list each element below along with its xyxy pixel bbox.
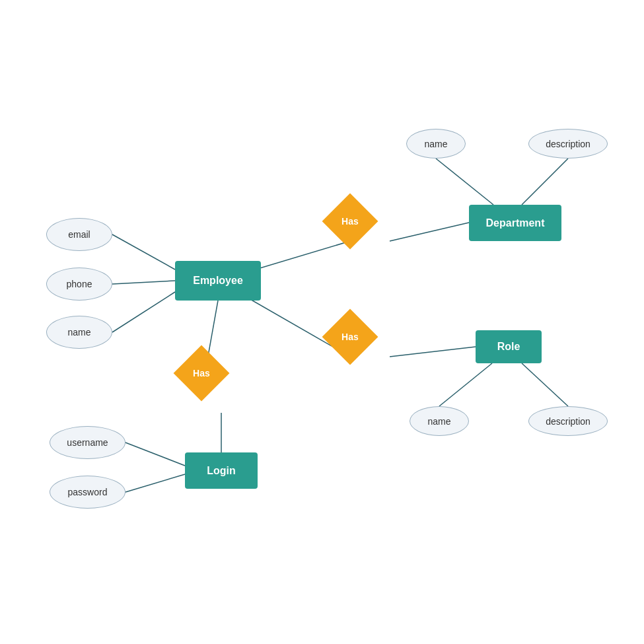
attribute-role-name: name bbox=[410, 406, 469, 436]
attribute-login-password: password bbox=[50, 476, 125, 509]
er-diagram: EmployeeDepartmentRoleLoginHasHasHasemai… bbox=[0, 0, 644, 644]
relationship-has-login[interactable]: Has bbox=[174, 345, 230, 402]
svg-line-3 bbox=[390, 347, 476, 357]
attribute-emp-name: name bbox=[46, 316, 112, 349]
svg-line-9 bbox=[436, 159, 493, 205]
relationship-has-department[interactable]: Has bbox=[322, 194, 378, 250]
attribute-emp-phone: phone bbox=[46, 268, 112, 301]
svg-line-13 bbox=[125, 443, 185, 466]
attribute-emp-email: email bbox=[46, 218, 112, 251]
attribute-role-desc: description bbox=[528, 406, 608, 436]
entity-employee[interactable]: Employee bbox=[175, 261, 261, 301]
entity-role[interactable]: Role bbox=[476, 330, 542, 363]
attribute-dept-name: name bbox=[406, 129, 466, 159]
attribute-dept-desc: description bbox=[528, 129, 608, 159]
svg-line-2 bbox=[390, 223, 469, 241]
svg-line-7 bbox=[112, 281, 175, 284]
entity-department[interactable]: Department bbox=[469, 205, 561, 241]
svg-line-12 bbox=[522, 363, 568, 406]
svg-line-11 bbox=[439, 363, 492, 406]
svg-line-6 bbox=[112, 234, 175, 269]
entity-login[interactable]: Login bbox=[185, 452, 258, 489]
svg-line-8 bbox=[112, 292, 175, 332]
svg-line-10 bbox=[522, 159, 568, 205]
svg-line-14 bbox=[125, 474, 185, 492]
attribute-login-username: username bbox=[50, 426, 125, 459]
relationship-has-role[interactable]: Has bbox=[322, 309, 378, 365]
